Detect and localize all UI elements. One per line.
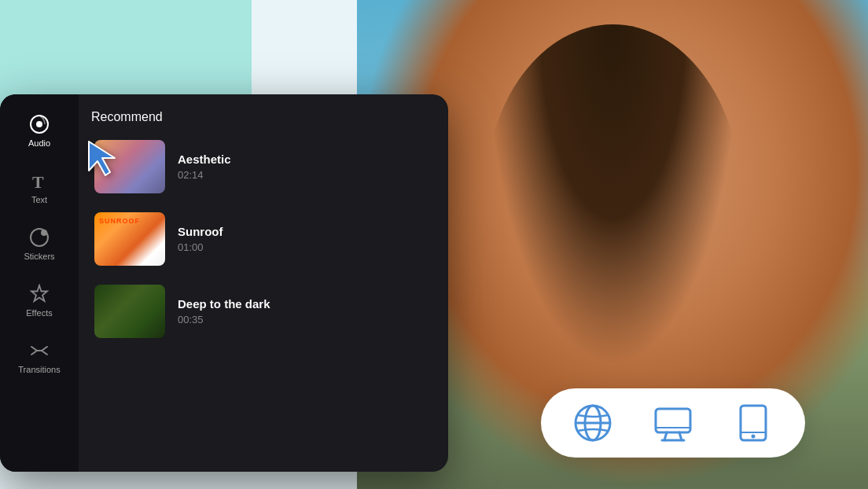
track-info-aesthetic: Aesthetic 02:14 xyxy=(178,153,432,181)
svg-point-4 xyxy=(41,230,47,236)
app-panel: Audio T Text Stickers xyxy=(0,94,448,472)
transitions-icon xyxy=(28,340,50,362)
track-name-deep: Deep to the dark xyxy=(178,297,432,311)
svg-marker-7 xyxy=(89,142,115,175)
transitions-label: Transitions xyxy=(18,365,60,374)
audio-icon xyxy=(28,113,50,135)
stickers-label: Stickers xyxy=(24,252,54,261)
sidebar: Audio T Text Stickers xyxy=(0,94,79,472)
svg-text:T: T xyxy=(32,172,44,191)
track-info-sunroof: Sunroof 01:00 xyxy=(178,225,432,253)
sidebar-item-transitions[interactable]: Transitions xyxy=(0,330,79,384)
sidebar-item-stickers[interactable]: Stickers xyxy=(0,217,79,270)
svg-point-17 xyxy=(752,435,756,439)
web-icon[interactable] xyxy=(572,403,613,443)
svg-rect-11 xyxy=(656,409,690,432)
desktop-icon[interactable] xyxy=(653,403,693,443)
sidebar-item-effects[interactable]: Effects xyxy=(0,274,79,327)
track-item-aesthetic[interactable]: Aesthetic 02:14 xyxy=(91,137,436,197)
track-item-deep[interactable]: Deep to the dark 00:35 xyxy=(91,281,436,341)
effects-label: Effects xyxy=(26,308,52,318)
text-icon: T xyxy=(28,170,50,192)
sidebar-item-text[interactable]: T Text xyxy=(0,160,79,214)
track-thumbnail-deep xyxy=(94,285,165,338)
effects-icon xyxy=(28,283,50,305)
track-duration-sunroof: 01:00 xyxy=(178,241,432,253)
svg-marker-5 xyxy=(31,285,47,301)
track-thumbnail-sunroof xyxy=(94,212,165,266)
track-duration-deep: 00:35 xyxy=(178,314,432,325)
svg-point-1 xyxy=(36,121,42,127)
track-info-deep: Deep to the dark 00:35 xyxy=(178,297,432,325)
audio-label: Audio xyxy=(28,138,50,148)
sidebar-item-audio[interactable]: Audio xyxy=(0,104,79,157)
stickers-icon xyxy=(28,226,50,248)
section-title: Recommend xyxy=(91,110,436,124)
text-label: Text xyxy=(31,195,47,204)
content-area: Recommend Aesthetic 02:14 Sunroof 01:00 … xyxy=(79,94,448,472)
track-name-sunroof: Sunroof xyxy=(178,225,432,238)
hair xyxy=(485,24,741,366)
track-duration-aesthetic: 02:14 xyxy=(178,169,432,181)
track-item-sunroof[interactable]: Sunroof 01:00 xyxy=(91,209,436,269)
device-bar xyxy=(541,388,805,458)
tablet-icon[interactable] xyxy=(733,403,774,443)
track-name-aesthetic: Aesthetic xyxy=(178,153,432,166)
